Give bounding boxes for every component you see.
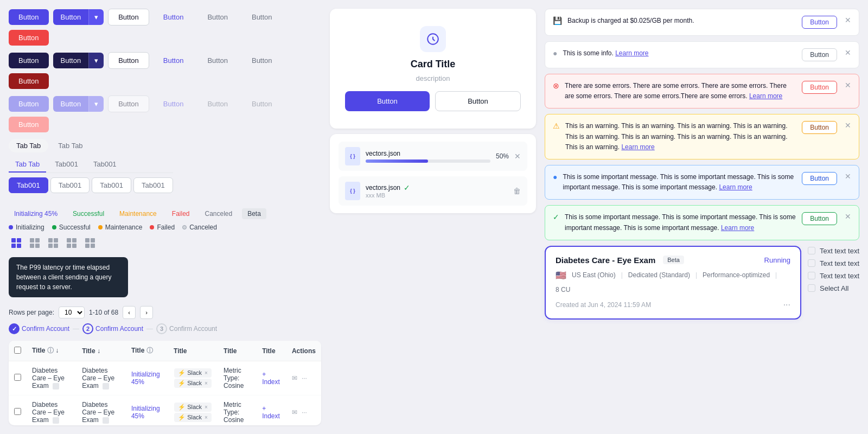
btn-ghost-1[interactable]: Button <box>197 9 238 25</box>
alert-close-2[interactable]: ✕ <box>845 48 851 57</box>
btn-ghost-4[interactable]: Button <box>242 53 282 68</box>
btn-split-main-3[interactable]: Button <box>53 96 89 112</box>
card-outline-btn[interactable]: Button <box>435 91 521 111</box>
tag-close-2[interactable]: × <box>205 380 208 386</box>
step-circle-3: 3 <box>156 323 167 334</box>
btn-primary-dark-1[interactable]: Button <box>9 53 49 68</box>
td-title-2-1: Diabetes Care – Eye Exam <box>76 361 126 395</box>
alert-btn-5[interactable]: Button <box>802 172 837 185</box>
step-3: 3 Confirm Account <box>156 323 217 334</box>
alert-text-1: Backup is charged at $0.025/GB per month… <box>567 16 796 26</box>
btn-split-main-1[interactable]: Button <box>53 9 89 25</box>
add-index-btn-2[interactable]: + Indext <box>262 405 280 420</box>
alert-backup: 💾 Backup is charged at $0.025/GB per mon… <box>545 9 859 36</box>
btn-split-main-2[interactable]: Button <box>53 53 89 68</box>
checkbox-2[interactable] <box>808 259 815 267</box>
alert-btn-3[interactable]: Button <box>802 81 837 94</box>
tab-box-2[interactable]: Tab001 <box>50 177 90 193</box>
alert-close-6[interactable]: ✕ <box>845 212 851 221</box>
btn-danger-dark-1[interactable]: Button <box>9 73 49 89</box>
btn-split-caret-2[interactable]: ▾ <box>88 53 104 68</box>
step-label-1: Confirm Account <box>22 325 69 333</box>
tab-box-3[interactable]: Tab001 <box>92 177 131 193</box>
tag-slack-3: ⚡ Slack × <box>174 403 212 412</box>
card-primary-btn[interactable]: Button <box>345 91 430 111</box>
alert-btn-2[interactable]: Button <box>802 48 837 61</box>
row-checkbox-1[interactable] <box>14 374 21 381</box>
grid-icon-2[interactable] <box>27 235 42 251</box>
btn-primary-1[interactable]: Button <box>9 9 49 25</box>
card-title: Card Title <box>411 59 456 70</box>
grid-icon-4[interactable] <box>64 235 79 251</box>
checkbox-1[interactable] <box>808 247 815 254</box>
btn-split-caret-3[interactable]: ▾ <box>88 96 104 112</box>
alert-close-5[interactable]: ✕ <box>845 172 851 181</box>
btn-ghost-3[interactable]: Button <box>197 53 238 68</box>
btn-split-caret-1[interactable]: ▾ <box>88 9 104 25</box>
btn-outline-2[interactable]: Button <box>108 52 149 69</box>
btn-link-1[interactable]: Button <box>154 9 194 25</box>
tab-pill-1[interactable]: Tab Tab <box>9 139 48 152</box>
checkbox-select-all[interactable] <box>808 284 815 292</box>
tabs-section: Tab Tab Tab Tab Tab Tab Tab001 Tab001 Ta… <box>9 139 173 193</box>
file-delete-btn[interactable]: 🗑 <box>513 187 521 195</box>
btn-link-2[interactable]: Button <box>154 53 194 68</box>
alert-btn-4[interactable]: Button <box>802 121 837 134</box>
tab-underline-3[interactable]: Tab001 <box>87 157 123 173</box>
tag-close-1[interactable]: × <box>205 370 208 376</box>
button-row-1: Button Button ▾ Button Button Button But… <box>9 9 321 46</box>
checkbox-3[interactable] <box>808 272 815 279</box>
db-sep-3: | <box>775 271 777 279</box>
step-1[interactable]: ✓ Confirm Account <box>9 323 69 334</box>
learn-more-link-1[interactable]: Learn more <box>615 49 648 57</box>
db-more-btn[interactable]: ··· <box>783 300 790 310</box>
next-page-btn[interactable]: › <box>140 306 153 319</box>
tag-close-3[interactable]: × <box>205 404 208 410</box>
alert-close-3[interactable]: ✕ <box>845 81 851 90</box>
alert-btn-1[interactable]: Button <box>802 16 837 29</box>
card-button-row: Button Button <box>345 91 521 111</box>
rows-per-page-select[interactable]: 10 25 50 <box>59 307 85 318</box>
alert-close-1[interactable]: ✕ <box>845 16 851 24</box>
more-icon-1[interactable]: ··· <box>302 374 307 382</box>
row-checkbox-2[interactable] <box>14 408 21 415</box>
learn-more-link-5[interactable]: Learn more <box>721 224 754 232</box>
btn-danger-1[interactable]: Button <box>9 30 49 46</box>
bottom-row: Diabetes Care - Eye Exam Beta Running 🇺🇸… <box>545 246 859 320</box>
mail-icon-2[interactable]: ✉ <box>292 409 297 416</box>
mail-icon-1[interactable]: ✉ <box>292 374 297 382</box>
step-2[interactable]: 2 Confirm Account <box>82 323 143 334</box>
grid-icon-5[interactable] <box>82 235 98 251</box>
alert-close-4[interactable]: ✕ <box>845 121 851 130</box>
learn-more-link-3[interactable]: Learn more <box>621 143 654 151</box>
btn-ghost-2[interactable]: Button <box>242 9 282 25</box>
btn-primary-light-1[interactable]: Button <box>9 96 49 112</box>
grid-icon-1[interactable] <box>9 235 24 251</box>
db-sep-2: | <box>695 271 697 279</box>
learn-more-link-4[interactable]: Learn more <box>719 183 752 191</box>
prev-page-btn[interactable]: ‹ <box>123 306 136 319</box>
alert-btn-6[interactable]: Button <box>802 212 837 225</box>
tab-box-1[interactable]: Tab001 <box>9 177 48 193</box>
more-icon-2[interactable]: ··· <box>302 409 307 416</box>
list-text-2: Text text text <box>820 259 859 267</box>
db-perf: Performance-optimized <box>703 271 770 279</box>
tab-underline-2[interactable]: Tab001 <box>48 157 85 173</box>
tab-box-4[interactable]: Tab001 <box>133 177 173 193</box>
tab-row-box: Tab001 Tab001 Tab001 Tab001 <box>9 177 173 193</box>
tab-pill-2[interactable]: Tab Tab <box>50 139 90 152</box>
grid-icon-3[interactable] <box>46 235 61 251</box>
dot-initializing: Initializing <box>9 224 44 231</box>
btn-danger-light-1[interactable]: Button <box>9 117 49 132</box>
tab-underline-1[interactable]: Tab Tab <box>9 157 46 173</box>
alert-success: ✓ This is some important message. This i… <box>545 205 859 240</box>
select-all-checkbox[interactable] <box>14 347 21 354</box>
status-dot-row: Initializing Successful Maintenance Fail… <box>9 224 266 231</box>
btn-outline-1[interactable]: Button <box>108 9 149 25</box>
add-index-btn-1[interactable]: + Indext <box>262 371 280 386</box>
tag-close-4[interactable]: × <box>205 414 208 420</box>
learn-more-link-2[interactable]: Learn more <box>749 92 782 100</box>
td-actions-1: ✉ ··· <box>286 361 321 395</box>
file-close-btn-1[interactable]: ✕ <box>514 152 521 161</box>
td-metric-1: Metric Type: Cosine <box>218 361 257 395</box>
